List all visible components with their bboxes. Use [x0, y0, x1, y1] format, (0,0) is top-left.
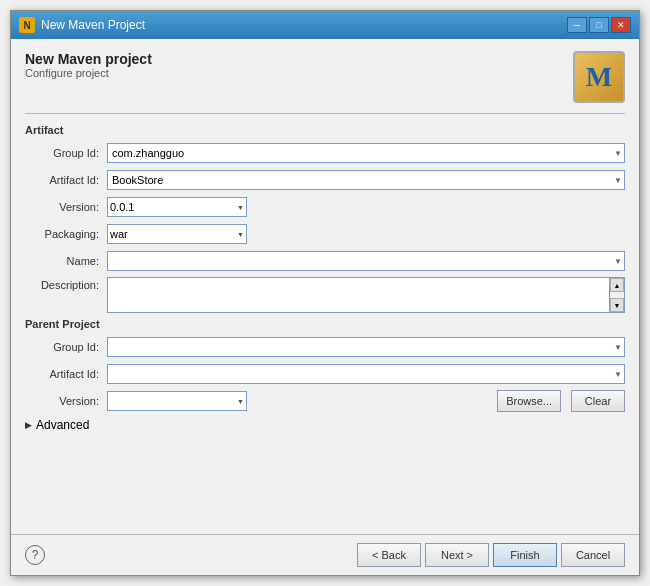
advanced-row: ▶ Advanced [25, 418, 625, 432]
back-button[interactable]: < Back [357, 543, 421, 567]
browse-button[interactable]: Browse... [497, 390, 561, 412]
advanced-triangle-icon: ▶ [25, 420, 32, 430]
parent-artifact-id-control: ▼ [107, 364, 625, 384]
help-icon[interactable]: ? [25, 545, 45, 565]
packaging-dropdown-wrapper: war jar pom [107, 224, 247, 244]
parent-version-select[interactable] [107, 391, 247, 411]
window-title: New Maven Project [41, 18, 561, 32]
footer-left: ? [25, 545, 45, 565]
packaging-row: Packaging: war jar pom [25, 223, 625, 245]
version-row: Version: 0.0.1 [25, 196, 625, 218]
group-id-arrow-icon: ▼ [614, 149, 622, 158]
dialog-content: New Maven project Configure project M Ar… [11, 39, 639, 534]
dialog-header: New Maven project Configure project M [25, 51, 625, 103]
description-input[interactable] [107, 277, 609, 313]
dialog-title: New Maven project [25, 51, 152, 67]
description-row: Description: ▲ ▼ [25, 277, 625, 313]
cancel-button[interactable]: Cancel [561, 543, 625, 567]
name-label: Name: [25, 255, 107, 267]
advanced-label: Advanced [36, 418, 89, 432]
parent-group-id-label: Group Id: [25, 341, 107, 353]
titlebar: N New Maven Project ─ □ ✕ [11, 11, 639, 39]
artifact-id-arrow-icon: ▼ [614, 176, 622, 185]
version-dropdown-wrapper: 0.0.1 [107, 197, 247, 217]
scroll-down-button[interactable]: ▼ [610, 298, 624, 312]
group-id-row: Group Id: com.zhangguo ▼ [25, 142, 625, 164]
titlebar-buttons: ─ □ ✕ [567, 17, 631, 33]
parent-artifact-id-arrow-icon: ▼ [614, 370, 622, 379]
version-select[interactable]: 0.0.1 [107, 197, 247, 217]
description-scrollbar: ▲ ▼ [609, 277, 625, 313]
group-id-label: Group Id: [25, 147, 107, 159]
artifact-id-control: BookStore ▼ [107, 170, 625, 190]
dialog-subtitle: Configure project [25, 67, 152, 79]
parent-section-label: Parent Project [25, 318, 625, 330]
name-row: Name: ▼ [25, 250, 625, 272]
next-label: Next > [441, 549, 473, 561]
parent-group-id-arrow-icon: ▼ [614, 343, 622, 352]
finish-label: Finish [510, 549, 539, 561]
clear-button[interactable]: Clear [571, 390, 625, 412]
maximize-button[interactable]: □ [589, 17, 609, 33]
maven-icon: M [573, 51, 625, 103]
parent-version-dropdown-wrapper [107, 391, 247, 411]
header-text: New Maven project Configure project [25, 51, 152, 79]
parent-artifact-id-row: Artifact Id: ▼ [25, 363, 625, 385]
header-divider [25, 113, 625, 114]
name-control: ▼ [107, 251, 625, 271]
finish-button[interactable]: Finish [493, 543, 557, 567]
artifact-id-value: BookStore [112, 174, 620, 186]
version-label: Version: [25, 201, 107, 213]
dialog-footer: ? < Back Next > Finish Cancel [11, 534, 639, 575]
close-button[interactable]: ✕ [611, 17, 631, 33]
back-label: < Back [372, 549, 406, 561]
parent-version-label: Version: [25, 395, 107, 407]
packaging-label: Packaging: [25, 228, 107, 240]
parent-group-id-input[interactable]: ▼ [107, 337, 625, 357]
minimize-button[interactable]: ─ [567, 17, 587, 33]
description-area: ▲ ▼ [107, 277, 625, 313]
packaging-control: war jar pom [107, 224, 625, 244]
artifact-id-input[interactable]: BookStore ▼ [107, 170, 625, 190]
cancel-label: Cancel [576, 549, 610, 561]
artifact-id-label: Artifact Id: [25, 174, 107, 186]
group-id-control: com.zhangguo ▼ [107, 143, 625, 163]
group-id-input[interactable]: com.zhangguo ▼ [107, 143, 625, 163]
parent-version-control: Browse... Clear [107, 390, 625, 412]
version-control: 0.0.1 [107, 197, 625, 217]
name-input[interactable]: ▼ [107, 251, 625, 271]
group-id-value: com.zhangguo [112, 147, 620, 159]
artifact-id-row: Artifact Id: BookStore ▼ [25, 169, 625, 191]
form-content: Artifact Group Id: com.zhangguo ▼ Artifa… [25, 122, 625, 526]
parent-version-row: Version: Browse... Clear [25, 390, 625, 412]
next-button[interactable]: Next > [425, 543, 489, 567]
scroll-up-button[interactable]: ▲ [610, 278, 624, 292]
parent-group-id-row: Group Id: ▼ [25, 336, 625, 358]
footer-right: < Back Next > Finish Cancel [357, 543, 625, 567]
name-arrow-icon: ▼ [614, 257, 622, 266]
main-window: N New Maven Project ─ □ ✕ New Maven proj… [10, 10, 640, 576]
parent-group-id-control: ▼ [107, 337, 625, 357]
packaging-select[interactable]: war jar pom [107, 224, 247, 244]
parent-artifact-id-label: Artifact Id: [25, 368, 107, 380]
window-icon: N [19, 17, 35, 33]
artifact-section-label: Artifact [25, 124, 625, 136]
advanced-toggle[interactable]: ▶ Advanced [25, 418, 89, 432]
parent-artifact-id-input[interactable]: ▼ [107, 364, 625, 384]
description-label: Description: [25, 277, 107, 291]
